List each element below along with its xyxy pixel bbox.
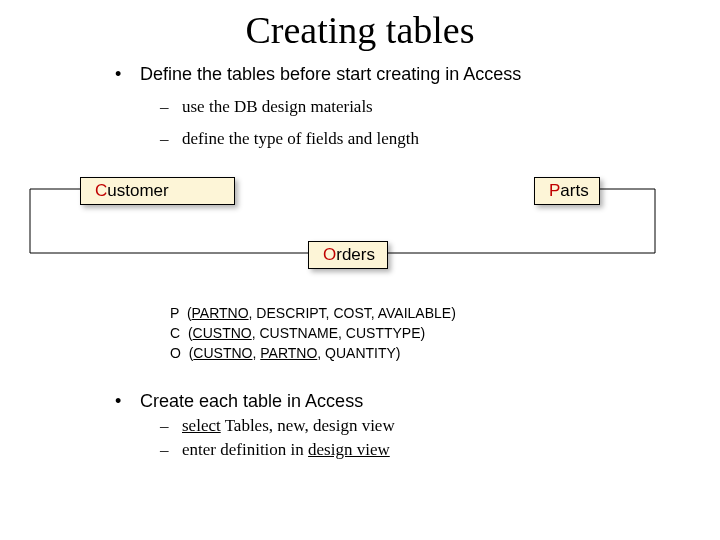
schema-row-p: P (PARTNO, DESCRIPT, COST, AVAILABLE): [170, 303, 456, 323]
bullet-define-fields: define the type of fields and length: [160, 129, 720, 149]
schema-c-key: CUSTNO: [193, 325, 252, 341]
schema-o-key2: PARTNO: [260, 345, 317, 361]
entity-customer: Customer: [80, 177, 235, 205]
schema-p-key: PARTNO: [192, 305, 249, 321]
bullet-select-tables: select Tables, new, design view: [160, 416, 720, 436]
schema-row-o: O (CUSTNO, PARTNO, QUANTITY): [170, 343, 456, 363]
bullet-enter-definition: enter definition in design view: [160, 440, 720, 460]
schema-definitions: P (PARTNO, DESCRIPT, COST, AVAILABLE) C …: [170, 303, 456, 363]
entity-customer-label: ustomer: [107, 181, 168, 200]
schema-o-key1: CUSTNO: [193, 345, 252, 361]
entity-orders: Orders: [308, 241, 388, 269]
entity-orders-accent: O: [323, 245, 336, 264]
select-underline: select: [182, 416, 221, 435]
slide-title: Creating tables: [0, 0, 720, 56]
bullet-define: Define the tables before start creating …: [110, 64, 720, 85]
entity-customer-accent: C: [95, 181, 107, 200]
entity-parts: Parts: [534, 177, 600, 205]
entity-orders-label: rders: [336, 245, 375, 264]
entity-parts-label: arts: [560, 181, 588, 200]
er-diagram: Customer Parts Orders P (PARTNO, DESCRIP…: [0, 163, 720, 383]
bullet-use-materials: use the DB design materials: [160, 97, 720, 117]
bullet-create: Create each table in Access: [110, 391, 720, 412]
schema-row-c: C (CUSTNO, CUSTNAME, CUSTTYPE): [170, 323, 456, 343]
design-view-underline: design view: [308, 440, 390, 459]
entity-parts-accent: P: [549, 181, 560, 200]
